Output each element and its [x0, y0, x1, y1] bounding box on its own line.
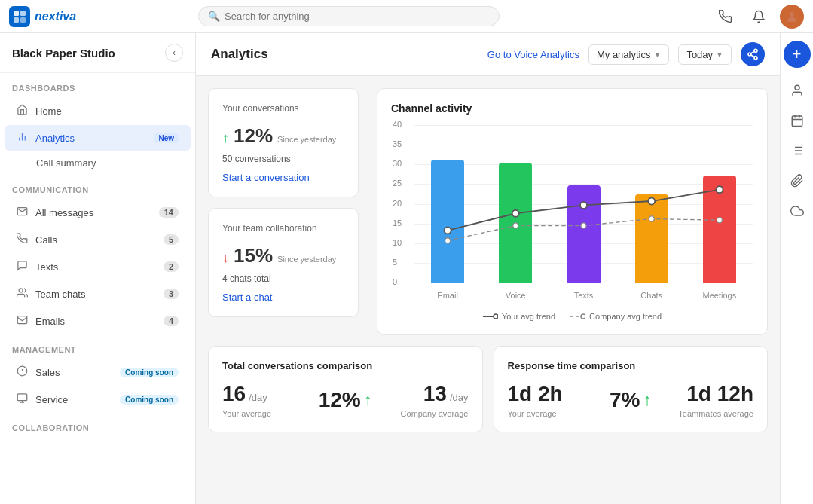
section-label-communication: Communication [0, 175, 195, 199]
calls-badge: 5 [164, 234, 179, 245]
total-comparison-row: 16 /day Your average 12% ↑ [222, 382, 469, 418]
svg-rect-36 [792, 116, 802, 127]
today-dropdown[interactable]: Today ▼ [678, 44, 732, 65]
bar [499, 163, 532, 283]
svg-rect-1 [20, 11, 26, 16]
svg-point-16 [754, 49, 757, 52]
svg-rect-13 [17, 394, 27, 401]
bar [703, 176, 736, 283]
service-coming-soon-badge: Coming soon [120, 395, 179, 405]
content-area: Your conversations ↑ 12% Since yesterday… [196, 76, 780, 444]
section-label-management: Management [0, 334, 195, 359]
sidebar-item-texts[interactable]: Texts 2 [5, 254, 191, 279]
response-comparison-row: 1d 2h Your average 7% ↑ 1d 12h Teammates… [508, 382, 754, 418]
service-label: Service [35, 394, 112, 405]
your-daily-value: 16 [222, 382, 246, 406]
calendar-strip-button[interactable] [784, 107, 811, 134]
sidebar-item-call-summary[interactable]: Call summary [5, 152, 191, 174]
phone-button[interactable] [714, 5, 738, 29]
bar-group: Texts [549, 125, 617, 283]
your-avg-col: 16 /day Your average [222, 382, 304, 418]
add-button[interactable]: + [784, 41, 811, 68]
y-axis-label: 25 [393, 179, 402, 188]
start-chat-link[interactable]: Start a chat [222, 292, 344, 303]
sidebar-item-sales[interactable]: Sales Coming soon [5, 359, 191, 385]
all-messages-icon [17, 206, 28, 219]
search-bar[interactable]: 🔍 [198, 6, 500, 26]
right-strip: + [780, 33, 813, 504]
conversations-metric-row: ↑ 12% Since yesterday [222, 124, 344, 148]
chart-legend: Your avg trend Company avg trend [391, 312, 753, 321]
total-comparison-card: Total conversations comparison 16 /day Y… [208, 346, 483, 432]
your-response-label: Your average [508, 409, 590, 418]
all-messages-label: All messages [35, 207, 151, 218]
bar-label: Voice [506, 291, 526, 300]
bar [567, 185, 601, 283]
today-dropdown-arrow: ▼ [716, 50, 723, 59]
total-percent: 12% [319, 388, 361, 412]
response-comparison-card: Response time comparison 1d 2h Your aver… [494, 346, 769, 432]
y-axis-label: 15 [393, 218, 402, 228]
bar-label: Email [437, 291, 458, 300]
bar-label: Texts [574, 291, 594, 300]
list-strip-button[interactable] [784, 137, 811, 164]
voice-analytics-link[interactable]: Go to Voice Analytics [487, 49, 579, 60]
svg-rect-9 [17, 316, 27, 324]
logo: nextiva [9, 6, 76, 27]
y-axis-label: 40 [393, 120, 402, 129]
bars-row: EmailVoiceTextsChatsMeetings [414, 125, 753, 283]
attachment-strip-button[interactable] [784, 167, 811, 194]
sidebar: Black Paper Studio ‹ Dashboards Home Ana… [0, 33, 196, 504]
svg-point-8 [19, 289, 23, 292]
team-chats-label: Team chats [35, 289, 156, 300]
bar-label: Meetings [703, 291, 737, 300]
conversations-count: 50 conversations [222, 154, 344, 164]
calls-label: Calls [35, 234, 156, 246]
avatar[interactable] [780, 5, 804, 29]
cloud-strip-button[interactable] [784, 197, 811, 225]
sales-label: Sales [35, 367, 112, 378]
calls-icon [17, 233, 28, 246]
layout: Black Paper Studio ‹ Dashboards Home Ana… [0, 33, 813, 504]
team-chats-icon [17, 287, 28, 301]
sidebar-collapse-button[interactable]: ‹ [165, 44, 183, 62]
section-label-dashboards: Dashboards [0, 73, 195, 97]
home-icon [17, 104, 28, 118]
svg-point-35 [795, 85, 799, 90]
analytics-icon [17, 131, 28, 145]
legend-your-trend: Your avg trend [483, 312, 555, 321]
conversations-title: Your conversations [222, 102, 344, 115]
channel-activity-title: Channel activity [391, 102, 753, 115]
channel-activity-card: Channel activity 4035302520151050 EmailV… [377, 88, 768, 335]
start-conversation-link[interactable]: Start a conversation [222, 172, 344, 183]
collaboration-metric-row: ↓ 15% Since yesterday [222, 244, 344, 267]
sidebar-item-all-messages[interactable]: All messages 14 [5, 200, 191, 225]
company-avg-label: Company average [387, 409, 469, 418]
my-analytics-dropdown[interactable]: My analytics ▼ [588, 44, 669, 65]
dropdown-arrow: ▼ [653, 50, 661, 59]
bar-group: Meetings [686, 125, 753, 283]
svg-point-34 [581, 314, 585, 319]
all-messages-badge: 14 [159, 207, 179, 218]
y-axis-label: 0 [393, 277, 397, 286]
texts-label: Texts [35, 261, 156, 273]
sidebar-item-calls[interactable]: Calls 5 [5, 227, 191, 252]
sidebar-item-emails[interactable]: Emails 4 [5, 308, 191, 334]
logo-text: nextiva [35, 10, 76, 23]
sidebar-item-analytics[interactable]: Analytics New [5, 125, 191, 151]
profile-strip-button[interactable] [784, 77, 811, 104]
share-button[interactable] [741, 42, 765, 66]
notification-button[interactable] [747, 5, 771, 29]
sidebar-item-team-chats[interactable]: Team chats 3 [5, 281, 191, 307]
search-input[interactable] [225, 11, 490, 22]
collaboration-count: 4 chats total [222, 273, 344, 284]
texts-badge: 2 [164, 261, 179, 272]
total-percent-col: 12% ↑ [304, 388, 387, 412]
response-percent-col: 7% ↑ [589, 388, 671, 412]
sidebar-item-service[interactable]: Service Coming soon [5, 386, 191, 412]
sidebar-header: Black Paper Studio ‹ [0, 33, 195, 73]
your-response-col: 1d 2h Your average [508, 382, 590, 418]
conversations-trend-up: ↑ [222, 130, 229, 146]
sidebar-item-home[interactable]: Home [5, 98, 191, 124]
bar-label: Chats [640, 291, 662, 300]
